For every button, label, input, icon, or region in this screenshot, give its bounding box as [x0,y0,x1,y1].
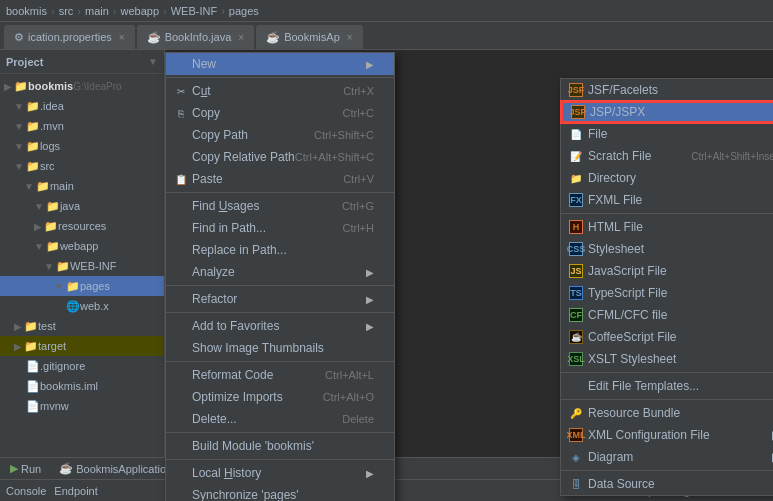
menu-item-find-in-path[interactable]: Find in Path... Ctrl+H [166,217,394,239]
submenu-item-diagram[interactable]: ◈ Diagram ▶ [561,446,773,468]
tree-item-target[interactable]: ▶ 📁 target [0,336,164,356]
tree-item-main[interactable]: ▼ 📁 main [0,176,164,196]
run-tab-run[interactable]: ▶ Run [4,458,47,479]
submenu-item-file[interactable]: 📄 File [561,123,773,145]
submenu-item-fxml[interactable]: FX FXML File [561,189,773,211]
submenu-item-directory[interactable]: 📁 Directory [561,167,773,189]
xml-icon: XML [569,428,583,442]
menu-item-reformat[interactable]: Reformat Code Ctrl+Alt+L [166,364,394,386]
separator [166,312,394,313]
menu-item-add-favorites[interactable]: Add to Favorites ▶ [166,315,394,337]
console-label[interactable]: Console [6,485,46,497]
ts-icon: TS [569,286,583,300]
tree-item-resources[interactable]: ▶ 📁 resources [0,216,164,236]
tree-item-bookmis[interactable]: ▶ 📁 bookmis G:\IdeaPro [0,76,164,96]
separator [166,459,394,460]
submenu-item-xslt[interactable]: XSL XSLT Stylesheet [561,348,773,370]
coffee-icon: ☕ [569,330,583,344]
separator [166,192,394,193]
jsf-icon: JSF [569,83,583,97]
tree-item-src[interactable]: ▼ 📁 src [0,156,164,176]
submenu-item-resource-bundle[interactable]: 🔑 Resource Bundle [561,402,773,424]
run-tab-bookmis[interactable]: ☕ BookmisApplication [53,458,178,479]
menu-item-delete[interactable]: Delete... Delete [166,408,394,430]
submenu-item-datasource[interactable]: 🗄 Data Source [561,473,773,495]
menu-item-refactor[interactable]: Refactor ▶ [166,288,394,310]
datasource-icon: 🗄 [569,477,583,491]
tree-item-webapp[interactable]: ▼ 📁 webapp [0,236,164,256]
sidebar-tree: ▶ 📁 bookmis G:\IdeaPro ▼ 📁 .idea ▼ 📁 .mv… [0,74,164,418]
templates-icon [569,379,583,393]
tree-item-idea[interactable]: ▼ 📁 .idea [0,96,164,116]
submenu-item-scratch[interactable]: 📝 Scratch File Ctrl+Alt+Shift+Insert [561,145,773,167]
submenu-item-jsf[interactable]: JSF JSF/Facelets [561,79,773,101]
submenu-item-jsp[interactable]: JSP JSP/JSPX [561,101,773,123]
resource-icon: 🔑 [569,406,583,420]
html-icon: H [569,220,583,234]
title-segment: src [59,5,74,17]
tree-item-gitignore[interactable]: 📄 .gitignore [0,356,164,376]
tree-item-test[interactable]: ▶ 📁 test [0,316,164,336]
submenu-new: JSF JSF/Facelets JSP JSP/JSPX 📄 File 📝 [560,78,773,496]
menu-item-local-history[interactable]: Local History ▶ [166,462,394,484]
title-segment: WEB-INF [171,5,217,17]
menu-item-copy[interactable]: ⎘ Copy Ctrl+C [166,102,394,124]
menu-item-find-usages[interactable]: Find Usages Ctrl+G [166,195,394,217]
submenu-item-ts[interactable]: TS TypeScript File [561,282,773,304]
tree-item-webx[interactable]: 🌐 web.x [0,296,164,316]
menu-item-new[interactable]: New ▶ [166,53,394,75]
submenu-item-xml-config[interactable]: XML XML Configuration File ▶ [561,424,773,446]
separator [166,361,394,362]
menu-item-copy-relative[interactable]: Copy Relative Path Ctrl+Alt+Shift+C [166,146,394,168]
submenu-item-cfml[interactable]: CF CFML/CFC file [561,304,773,326]
menu-item-optimize[interactable]: Optimize Imports Ctrl+Alt+O [166,386,394,408]
tree-item-logs[interactable]: ▼ 📁 logs [0,136,164,156]
fxml-icon: FX [569,193,583,207]
js-icon: JS [569,264,583,278]
tab-bar: ⚙ ication.properties × ☕ BookInfo.java ×… [0,22,773,50]
css-icon: CSS [569,242,583,256]
context-menu: New ▶ ✂ Cut Ctrl+X ⎘ Copy Ctrl+C [165,52,395,501]
directory-icon: 📁 [569,171,583,185]
menu-item-copy-path[interactable]: Copy Path Ctrl+Shift+C [166,124,394,146]
tab-bookmisapp[interactable]: ☕ BookmisAp × [256,25,362,49]
sub-separator [561,372,773,373]
tree-item-pages[interactable]: ▼ 📁 pages [0,276,164,296]
tree-item-mvnw[interactable]: 📄 mvnw [0,396,164,416]
sub-separator [561,399,773,400]
menu-item-cut[interactable]: ✂ Cut Ctrl+X [166,80,394,102]
main-layout: Project ▼ ▶ 📁 bookmis G:\IdeaPro ▼ 📁 .id… [0,50,773,479]
endpoint-label[interactable]: Endpoint [54,485,97,497]
title-segment: webapp [121,5,160,17]
separator [166,77,394,78]
menu-item-replace-in-path[interactable]: Replace in Path... [166,239,394,261]
menu-item-paste[interactable]: 📋 Paste Ctrl+V [166,168,394,190]
xslt-icon: XSL [569,352,583,366]
tree-item-webinf[interactable]: ▼ 📁 WEB-INF [0,256,164,276]
sidebar: Project ▼ ▶ 📁 bookmis G:\IdeaPro ▼ 📁 .id… [0,50,165,479]
jsp-icon: JSP [571,105,585,119]
menu-item-show-thumbnails[interactable]: Show Image Thumbnails [166,337,394,359]
separator [166,432,394,433]
menu-item-build[interactable]: Build Module 'bookmis' [166,435,394,457]
menu-item-synchronize[interactable]: Synchronize 'pages' [166,484,394,501]
menu-item-analyze[interactable]: Analyze ▶ [166,261,394,283]
content-area: New ▶ ✂ Cut Ctrl+X ⎘ Copy Ctrl+C [165,50,773,479]
sub-separator [561,213,773,214]
tree-item-java[interactable]: ▼ 📁 java [0,196,164,216]
file-icon: 📄 [569,127,583,141]
submenu-item-stylesheet[interactable]: CSS Stylesheet [561,238,773,260]
tab-bookinfo[interactable]: ☕ BookInfo.java × [137,25,255,49]
title-bar: bookmis › src › main › webapp › WEB-INF … [0,0,773,22]
tree-item-bookmisiml[interactable]: 📄 bookmis.iml [0,376,164,396]
tab-properties[interactable]: ⚙ ication.properties × [4,25,135,49]
title-segment: pages [229,5,259,17]
submenu-item-html[interactable]: H HTML File [561,216,773,238]
title-segment: bookmis [6,5,47,17]
submenu-item-coffee[interactable]: ☕ CoffeeScript File [561,326,773,348]
sidebar-header: Project ▼ [0,50,164,74]
submenu-item-js[interactable]: JS JavaScript File [561,260,773,282]
tree-item-mvn[interactable]: ▼ 📁 .mvn [0,116,164,136]
submenu-item-edit-templates[interactable]: Edit File Templates... [561,375,773,397]
title-segment: main [85,5,109,17]
